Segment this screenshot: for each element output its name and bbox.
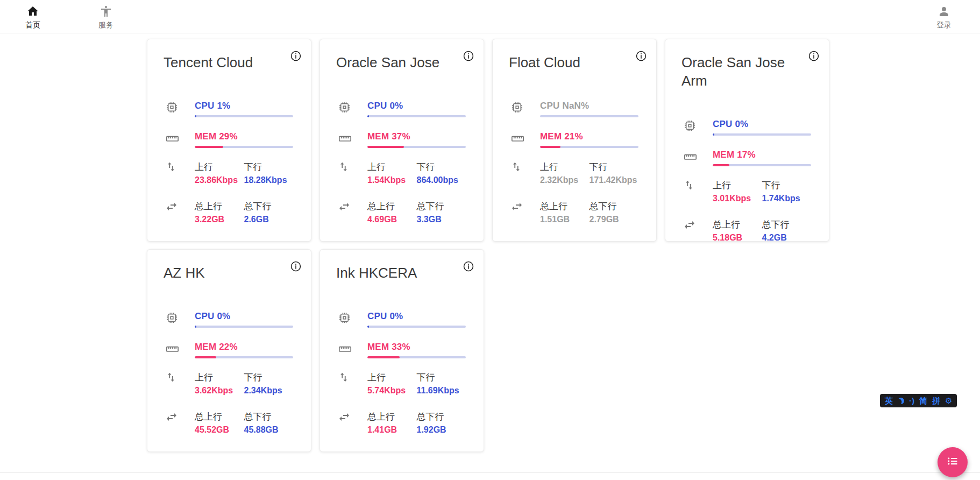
nav-item-home[interactable]: 首页 <box>19 5 46 30</box>
cpu-chip-icon <box>164 311 195 328</box>
download-label: 下行 <box>244 161 294 173</box>
upload-value: 23.86Kbps <box>195 175 244 185</box>
info-icon[interactable] <box>290 260 302 272</box>
total-upload-value: 45.52GB <box>195 425 244 435</box>
up-down-arrows-icon <box>336 371 367 396</box>
mem-usage-text: MEM 17% <box>713 150 811 160</box>
total-download-value: 45.88GB <box>244 425 294 435</box>
swap-horizontal-icon <box>164 411 195 435</box>
mem-usage-text: MEM 22% <box>195 342 293 352</box>
cpu-chip-icon <box>336 311 367 328</box>
upload-label: 上行 <box>367 371 417 384</box>
info-icon[interactable] <box>463 50 474 62</box>
ime-toolbar: 英 ·) 简 拼 ⚙ <box>880 394 957 407</box>
info-icon[interactable] <box>635 50 647 62</box>
up-down-arrows-icon <box>681 179 713 203</box>
cpu-usage-text: CPU 1% <box>195 101 293 111</box>
total-download-label: 总下行 <box>417 411 466 423</box>
swap-horizontal-icon <box>336 411 367 435</box>
upload-value: 1.54Kbps <box>367 175 417 185</box>
total-download-label: 总下行 <box>762 218 812 231</box>
mem-progress-bar <box>195 356 293 358</box>
total-download-value: 3.3GB <box>417 215 466 224</box>
net-speed-row: 上行3.62Kbps 下行2.34Kbps <box>164 371 293 396</box>
mem-progress-bar <box>367 146 466 148</box>
swap-horizontal-icon <box>164 200 195 224</box>
download-label: 下行 <box>417 161 466 173</box>
up-down-arrows-icon <box>164 371 195 396</box>
nav-home-label: 首页 <box>25 20 40 30</box>
download-label: 下行 <box>762 179 812 192</box>
total-download-value: 2.79GB <box>590 215 639 224</box>
cpu-usage-text: CPU NaN% <box>540 101 638 111</box>
cpu-chip-icon <box>681 119 713 136</box>
cpu-row: CPU 1% <box>164 101 293 117</box>
up-down-arrows-icon <box>164 161 195 185</box>
mem-row: MEM 29% <box>164 131 293 148</box>
total-upload-label: 总上行 <box>367 200 417 213</box>
total-upload-value: 5.18GB <box>713 233 762 243</box>
cpu-chip-icon <box>509 101 540 117</box>
cpu-progress-bar <box>195 326 293 328</box>
net-speed-row: 上行1.54Kbps 下行864.00bps <box>336 161 466 185</box>
mem-row: MEM 22% <box>164 342 293 358</box>
cpu-row: CPU 0% <box>681 119 811 136</box>
mem-progress-bar <box>713 164 811 166</box>
upload-value: 2.32Kbps <box>540 175 590 185</box>
memory-ruler-icon <box>336 342 367 358</box>
net-total-row: 总上行5.18GB 总下行4.2GB <box>681 218 811 243</box>
server-card-grid: Tencent Cloud CPU 1% MEM 29% <box>147 39 829 452</box>
server-name: Float Cloud <box>509 53 638 72</box>
up-down-arrows-icon <box>509 161 540 185</box>
upload-label: 上行 <box>195 161 244 173</box>
memory-ruler-icon <box>164 342 195 358</box>
mem-row: MEM 33% <box>336 342 466 358</box>
mem-usage-text: MEM 33% <box>367 342 466 352</box>
download-value: 18.28Kbps <box>244 175 294 185</box>
total-download-value: 4.2GB <box>762 233 812 243</box>
server-name: Tencent Cloud <box>164 53 293 72</box>
cpu-row: CPU 0% <box>164 311 293 328</box>
mem-row: MEM 17% <box>681 150 811 166</box>
cpu-usage-text: CPU 0% <box>195 311 293 322</box>
total-upload-label: 总上行 <box>540 200 590 213</box>
mem-row: MEM 21% <box>509 131 638 148</box>
up-down-arrows-icon <box>336 161 367 185</box>
mem-usage-text: MEM 37% <box>367 131 466 142</box>
top-nav: 首页 服务 登录 <box>0 0 980 33</box>
server-name: AZ HK <box>164 264 293 282</box>
info-icon[interactable] <box>808 50 820 62</box>
total-upload-value: 4.69GB <box>367 215 417 224</box>
ime-punctuation-toggle[interactable]: ·) <box>909 397 914 405</box>
nav-services-label: 服务 <box>98 20 113 30</box>
ime-english-toggle[interactable]: 英 <box>885 397 893 405</box>
mem-progress-bar <box>540 146 638 148</box>
net-speed-row: 上行5.74Kbps 下行11.69Kbps <box>336 371 466 396</box>
net-total-row: 总上行3.22GB 总下行2.6GB <box>164 200 293 224</box>
mem-progress-bar <box>195 146 293 148</box>
info-icon[interactable] <box>290 50 302 62</box>
server-card: Ink HKCERA CPU 0% MEM 33% <box>319 249 484 452</box>
mem-progress-bar <box>367 356 466 358</box>
download-value: 11.69Kbps <box>417 386 466 396</box>
total-download-label: 总下行 <box>590 200 639 213</box>
ime-pinyin-toggle[interactable]: 拼 <box>932 397 940 405</box>
upload-label: 上行 <box>540 161 590 173</box>
nav-item-login[interactable]: 登录 <box>931 5 957 30</box>
accessibility-icon <box>100 5 112 20</box>
net-speed-row: 上行23.86Kbps 下行18.28Kbps <box>164 161 293 185</box>
nav-item-services[interactable]: 服务 <box>93 5 119 30</box>
cpu-usage-text: CPU 0% <box>367 101 466 111</box>
info-icon[interactable] <box>463 260 474 272</box>
net-total-row: 总上行45.52GB 总下行45.88GB <box>164 411 293 435</box>
ime-simplified-toggle[interactable]: 简 <box>919 397 927 405</box>
cpu-progress-bar <box>367 115 466 117</box>
upload-value: 3.62Kbps <box>195 386 244 396</box>
total-download-value: 2.6GB <box>244 215 294 224</box>
total-download-label: 总下行 <box>244 411 294 423</box>
server-card: Tencent Cloud CPU 1% MEM 29% <box>147 39 311 242</box>
moon-icon[interactable] <box>897 397 905 405</box>
gear-icon[interactable]: ⚙ <box>945 397 952 405</box>
server-list-fab[interactable] <box>938 447 968 477</box>
total-download-label: 总下行 <box>244 200 294 213</box>
